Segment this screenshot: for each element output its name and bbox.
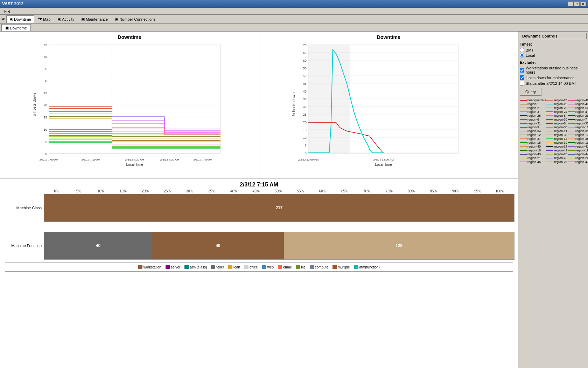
- svg-text:2/3/12 7:30 AM: 2/3/12 7:30 AM: [160, 158, 179, 161]
- svg-text:2/2/12 12:00 PM: 2/2/12 12:00 PM: [298, 158, 318, 161]
- svg-text:30: 30: [44, 79, 47, 83]
- region-26-dot: [546, 108, 553, 108]
- legend-compute: compute: [310, 265, 328, 269]
- region-10-dot: [568, 127, 575, 128]
- legend-atm-class: atm (class): [184, 265, 207, 269]
- checkbox-hosts-down[interactable]: Hosts down for maintenance: [520, 75, 587, 80]
- title-bar: VAST 2012 ─ □ ✕: [0, 0, 588, 8]
- legend-region-50: region-50: [568, 106, 588, 110]
- checkbox-workstations-outside[interactable]: Workstations outside business hours: [520, 66, 587, 74]
- svg-text:60: 60: [303, 59, 306, 62]
- legend-region-28: region-28: [520, 114, 546, 117]
- radio-bmt-input[interactable]: [520, 48, 524, 52]
- region-24-dot: [546, 100, 553, 101]
- region-15-dot: [520, 142, 527, 143]
- svg-rect-1: [49, 45, 220, 154]
- legend-region-21: region-21: [520, 156, 546, 160]
- legend-region-5: region-5: [546, 114, 567, 117]
- region-33-dot: [546, 127, 553, 128]
- checkbox-workstations-outside-label: Workstations outside business hours: [526, 66, 587, 74]
- left-chart-title: Downtime: [3, 34, 256, 40]
- svg-text:5: 5: [304, 144, 306, 147]
- svg-text:45: 45: [303, 82, 306, 86]
- region-46-dot: [520, 162, 527, 162]
- svg-text:15: 15: [44, 116, 47, 119]
- connections-icon: ▣: [115, 17, 118, 21]
- toolbar-activity[interactable]: ▣ Activity: [54, 15, 77, 23]
- region-7-dot: [568, 119, 575, 120]
- legend-region-29: region-29: [568, 114, 588, 117]
- region-1-dot: [520, 104, 527, 104]
- legend-web: web: [262, 265, 274, 269]
- percent-axis: 0% 5% 10% 15% 20% 25% 30% 35% 40% 45% 50…: [46, 189, 511, 193]
- toolbar-number-connections[interactable]: ▣ Number Connections: [112, 15, 159, 23]
- region-28-dot: [520, 115, 527, 116]
- server-color: [166, 265, 170, 269]
- maintenance-icon: ▣: [81, 17, 85, 21]
- close-button[interactable]: ✕: [580, 1, 586, 6]
- toolbar-map[interactable]: 🗺 Map: [35, 15, 54, 23]
- timestamp-label: 2/3/12 7:15 AM: [4, 182, 514, 188]
- svg-text:2/3/12 7:10 AM: 2/3/12 7:10 AM: [82, 158, 100, 161]
- toolbar-downtime[interactable]: ▣ Downtime: [6, 15, 34, 23]
- tab-bar: ▣ Downtime: [0, 24, 588, 32]
- svg-text:35: 35: [303, 97, 306, 101]
- legend-region-23: region-23: [546, 160, 567, 164]
- svg-text:55: 55: [303, 67, 306, 70]
- legend-region-9: region-9: [520, 125, 546, 129]
- region-17-dot: [546, 146, 553, 147]
- region-16-dot: [568, 142, 575, 143]
- charts-row: Downtime # hosts down: [0, 32, 518, 179]
- right-panel: Downtime Controls Times: BMT Local Exclu…: [518, 32, 588, 368]
- toolbar-icon: 🖥: [1, 17, 5, 21]
- legend-region-1: region-1: [520, 102, 546, 106]
- maximize-button[interactable]: □: [574, 1, 580, 6]
- machine-class-label: Machine Class: [4, 206, 44, 210]
- compute-color: [310, 265, 314, 269]
- checkbox-status-after-input[interactable]: [520, 81, 524, 86]
- legend-region-8: region-8: [546, 122, 567, 125]
- svg-text:2/3/12 7:00 AM: 2/3/12 7:00 AM: [40, 158, 58, 161]
- checkbox-status-after[interactable]: Status after 2/2/12 14:00 BMT: [520, 81, 587, 86]
- toolbar: 🖥 ▣ Downtime 🗺 Map ▣ Activity ▣ Maintena…: [0, 15, 588, 24]
- legend-workstation: workstation: [138, 265, 161, 269]
- legend-region-13: region-13: [568, 133, 588, 137]
- legend-region-43: region-43: [520, 152, 546, 156]
- radio-bmt[interactable]: BMT: [520, 48, 587, 52]
- window-title: VAST 2012: [2, 1, 23, 6]
- menu-file[interactable]: File: [1, 8, 13, 14]
- svg-text:2/3/12 7:40 AM: 2/3/12 7:40 AM: [194, 158, 212, 161]
- radio-local[interactable]: Local: [520, 53, 587, 57]
- checkbox-hosts-down-input[interactable]: [520, 75, 524, 80]
- legend: workstation server atm (class) teller lo…: [5, 263, 513, 272]
- legend-region-45: region-45: [546, 156, 567, 160]
- svg-text:45: 45: [44, 43, 47, 47]
- legend-region-48: region-48: [568, 98, 588, 102]
- region-18-dot: [520, 150, 527, 151]
- svg-text:% hosts down: % hosts down: [291, 93, 295, 116]
- radio-bmt-label: BMT: [526, 48, 534, 52]
- region-40-dot: [520, 146, 527, 147]
- left-chart-svg: # hosts down 0 5: [3, 41, 256, 168]
- svg-text:30: 30: [303, 105, 306, 109]
- toolbar-maintenance[interactable]: ▣ Maintenance: [78, 15, 111, 23]
- teller-color: [211, 265, 215, 269]
- checkbox-workstations-outside-input[interactable]: [520, 68, 524, 73]
- legend-region-18: region-18: [520, 149, 546, 152]
- region-legend: headquarters region-24 region-48 region-…: [520, 98, 587, 164]
- svg-text:10: 10: [303, 136, 306, 139]
- region-8-dot: [546, 123, 553, 124]
- query-button[interactable]: Query: [520, 88, 541, 96]
- legend-email: email: [278, 265, 292, 269]
- region-47-dot: [568, 162, 575, 162]
- region-14-dot: [546, 138, 553, 139]
- legend-region-42: region-42: [546, 149, 567, 152]
- machine-class-bar: 217: [44, 194, 514, 222]
- radio-local-input[interactable]: [520, 53, 524, 57]
- minimize-button[interactable]: ─: [568, 1, 573, 6]
- tab-downtime[interactable]: ▣ Downtime: [1, 24, 31, 31]
- svg-text:25: 25: [303, 113, 306, 116]
- legend-region-19: region-19: [568, 149, 588, 152]
- legend-region-2: region-2: [520, 106, 546, 110]
- legend-region-16: region-16: [568, 141, 588, 144]
